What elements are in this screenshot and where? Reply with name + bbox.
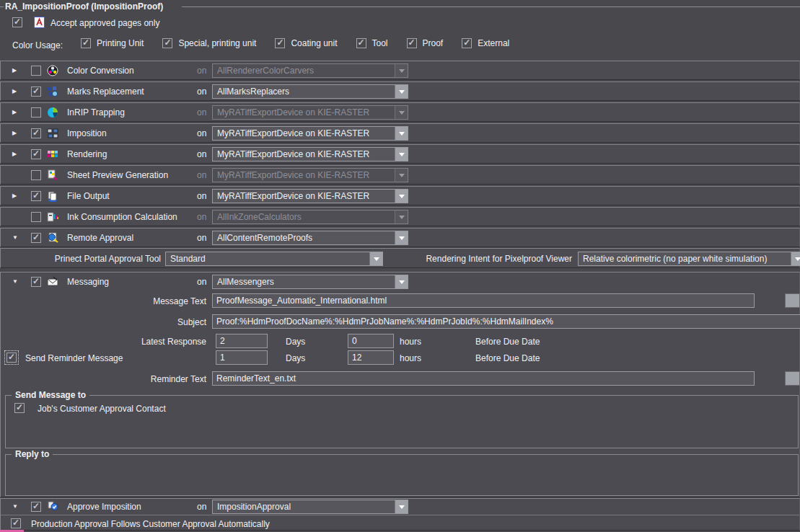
on-label: on <box>197 212 206 222</box>
pdf-icon <box>34 17 45 28</box>
dropdown-arrow-icon[interactable] <box>395 190 408 203</box>
special-printing-unit-label: Special, printing unit <box>178 38 256 48</box>
message-text-input[interactable] <box>212 293 755 308</box>
module-row-approve-imposition: Approve Imposition on ImpositionApproval <box>1 499 799 515</box>
remote-approval-checkbox[interactable] <box>31 233 41 243</box>
accept-approved-label: Accept approved pages only <box>50 18 159 28</box>
imposition-checkbox[interactable] <box>31 128 41 138</box>
on-label: on <box>197 149 206 159</box>
production-approval-checkbox[interactable] <box>11 518 21 528</box>
device-dropdown[interactable]: AllMessengers <box>212 275 408 289</box>
dropdown-arrow-icon[interactable] <box>395 106 408 119</box>
dropdown-arrow-icon[interactable] <box>791 252 800 265</box>
expand-arrow-icon[interactable] <box>12 108 21 117</box>
dropdown-arrow-icon[interactable] <box>395 275 408 288</box>
module-label: Rendering <box>67 149 107 159</box>
device-dropdown[interactable]: MyRATiffExportDevice on KIE-RASTER <box>212 168 408 182</box>
device-dropdown[interactable]: AllInkZoneCalculators <box>212 210 408 224</box>
latest-response-days-input[interactable] <box>216 334 268 348</box>
special-printing-unit-checkbox[interactable] <box>162 38 172 48</box>
device-dropdown[interactable]: ImpositionApproval <box>212 500 408 514</box>
sheet-preview-checkbox[interactable] <box>31 170 41 180</box>
send-reminder-checkbox[interactable] <box>6 353 17 363</box>
device-dropdown[interactable]: MyRATiffExportDevice on KIE-RASTER <box>212 189 408 203</box>
marks-replacement-icon <box>47 86 58 97</box>
dropdown-value: AllInkZoneCalculators <box>213 212 395 222</box>
dropdown-arrow-icon[interactable] <box>395 169 408 182</box>
expand-arrow-icon[interactable] <box>12 150 21 159</box>
dropdown-arrow-icon[interactable] <box>395 64 408 77</box>
dropdown-arrow-icon[interactable] <box>395 148 408 161</box>
module-row-rendering: Rendering on MyRATiffExportDevice on KIE… <box>0 144 800 164</box>
expand-arrow-icon[interactable] <box>12 129 21 138</box>
rendering-checkbox[interactable] <box>31 149 41 159</box>
portal-tool-dropdown[interactable]: Standard <box>165 252 383 266</box>
proof-checkbox[interactable] <box>407 38 417 48</box>
color-conversion-checkbox[interactable] <box>31 66 41 76</box>
device-dropdown[interactable]: MyRATiffExportDevice on KIE-RASTER <box>212 126 408 141</box>
device-dropdown[interactable]: MyRATiffExportDevice on KIE-RASTER <box>212 105 408 120</box>
module-row-remote-approval: Remote Approval on AllContentRemoteProof… <box>0 228 800 247</box>
expand-arrow-icon[interactable] <box>12 192 21 200</box>
dropdown-arrow-icon[interactable] <box>369 252 382 265</box>
coating-unit-checkbox[interactable] <box>275 38 285 48</box>
device-dropdown[interactable]: AllMarksReplacers <box>212 84 408 99</box>
production-approval-label: Production Approval Follows Customer App… <box>31 519 270 529</box>
browse-button[interactable] <box>785 371 800 386</box>
printing-unit-label: Printing Unit <box>97 38 144 48</box>
dropdown-value: AllContentRemoteProofs <box>213 233 395 243</box>
proof-label: Proof <box>423 38 444 48</box>
rendering-intent-dropdown[interactable]: Relative colorimetric (no paper white si… <box>578 252 800 266</box>
module-label: Color Conversion <box>67 66 134 76</box>
remote-approval-settings-row: Prinect Portal Approval Tool Standard Re… <box>0 248 800 268</box>
group-line-left <box>0 6 4 7</box>
browse-button[interactable] <box>785 293 800 308</box>
dropdown-arrow-icon[interactable] <box>395 85 408 98</box>
device-dropdown[interactable]: AllRendererColorCarvers <box>212 63 408 78</box>
imposition-icon <box>47 128 58 139</box>
color-usage-item: Coating unit <box>275 38 337 48</box>
subject-input[interactable] <box>212 314 800 329</box>
expand-arrow-icon[interactable] <box>12 87 21 96</box>
dropdown-value: AllMarksReplacers <box>213 87 395 97</box>
dropdown-arrow-icon[interactable] <box>395 210 408 223</box>
printing-unit-checkbox[interactable] <box>81 38 91 48</box>
ink-consumption-checkbox[interactable] <box>31 212 41 222</box>
tool-label: Tool <box>372 38 388 48</box>
tool-checkbox[interactable] <box>356 38 366 48</box>
device-dropdown[interactable]: AllContentRemoteProofs <box>212 231 408 245</box>
dropdown-arrow-icon[interactable] <box>395 127 408 140</box>
expand-arrow-icon[interactable] <box>12 234 21 242</box>
expand-arrow-icon[interactable] <box>12 278 21 286</box>
module-label: Sheet Preview Generation <box>67 170 168 180</box>
module-row-inrip-trapping: InRIP Trapping on MyRATiffExportDevice o… <box>0 102 800 122</box>
reminder-days-input[interactable] <box>216 350 268 365</box>
external-checkbox[interactable] <box>462 38 472 48</box>
coating-unit-label: Coating unit <box>291 38 337 48</box>
messaging-checkbox[interactable] <box>31 277 41 287</box>
on-label: on <box>197 87 206 97</box>
expand-arrow-icon[interactable] <box>12 502 21 511</box>
accept-approved-checkbox[interactable] <box>12 17 22 27</box>
color-usage-item: Proof <box>407 38 444 48</box>
expand-arrow-icon[interactable] <box>12 66 21 75</box>
send-message-to-group: Send Message to Job's Customer Approval … <box>5 395 799 448</box>
inrip-trapping-checkbox[interactable] <box>31 107 41 118</box>
device-dropdown[interactable]: MyRATiffExportDevice on KIE-RASTER <box>212 147 408 161</box>
reminder-text-input[interactable] <box>212 371 755 386</box>
on-label: on <box>197 107 206 118</box>
file-output-checkbox[interactable] <box>31 191 41 201</box>
on-label: on <box>197 128 206 138</box>
module-label: InRIP Trapping <box>67 107 125 118</box>
dropdown-arrow-icon[interactable] <box>395 500 408 513</box>
sheet-preview-icon <box>47 169 58 181</box>
production-approval-row: Production Approval Follows Customer App… <box>1 515 799 531</box>
marks-replacement-checkbox[interactable] <box>31 87 41 97</box>
envelope-icon <box>47 276 58 288</box>
reminder-hours-input[interactable] <box>348 350 394 365</box>
inrip-trapping-icon <box>47 107 58 118</box>
customer-approval-contact-checkbox[interactable] <box>14 403 25 413</box>
dropdown-arrow-icon[interactable] <box>395 231 408 244</box>
latest-response-hours-input[interactable] <box>348 334 394 348</box>
approve-imposition-checkbox[interactable] <box>31 502 41 512</box>
